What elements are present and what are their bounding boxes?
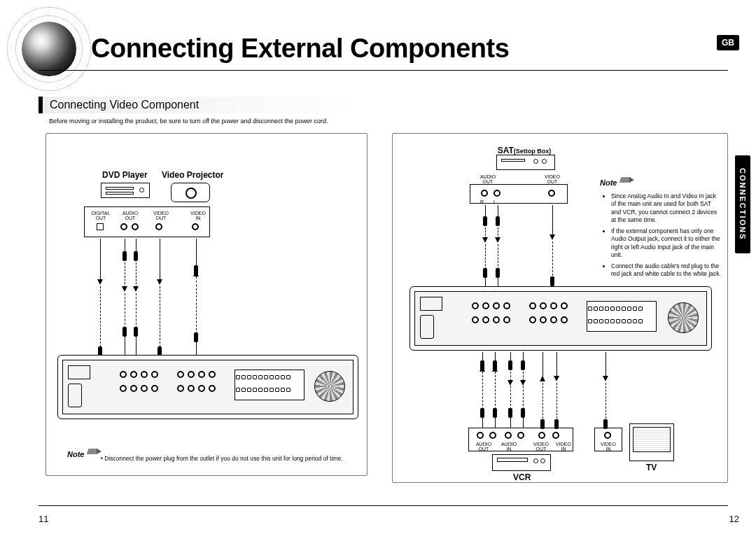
- note-item: If the external component has only one A…: [611, 227, 722, 260]
- vcr-audio-in: AUDIO IN: [498, 442, 520, 451]
- r-label: R: [480, 199, 484, 204]
- vcr-audio-out: AUDIO OUT: [472, 442, 495, 451]
- sat-bold: SAT: [498, 146, 514, 155]
- page-root: GB Connecting External Components Connec…: [0, 0, 756, 534]
- footer-rule: [38, 505, 728, 506]
- sat-small: (Settop Box): [514, 148, 552, 155]
- note-bullets-right: Since Analog Audio In and Video In jack …: [603, 192, 722, 281]
- page-number-right: 12: [729, 514, 739, 524]
- dvd-jack-frame: [84, 206, 210, 237]
- page-title: Connecting External Components: [91, 34, 509, 64]
- projector-label: Video Projector: [162, 170, 223, 180]
- dvd-player-icon: [101, 183, 150, 198]
- vcr-label: VCR: [513, 472, 531, 482]
- tv-video-in: VIDEO IN: [597, 442, 620, 451]
- note-bullet-left: Disconnect the power plug from the outle…: [104, 455, 342, 462]
- main-unit-rear-panel-left: [57, 355, 358, 419]
- note-block-left: Note: [67, 447, 103, 460]
- caution-text: Before moving or installing the product,…: [49, 118, 364, 125]
- sat-audio-out-label: AUDIO OUT: [475, 174, 500, 184]
- main-unit-rear-panel-right: [410, 286, 712, 351]
- speaker-ornament: [7, 7, 91, 91]
- l-label: L: [493, 199, 496, 204]
- sat-audio-l: [493, 190, 500, 197]
- vcr-video-out: VIDEO OUT: [530, 442, 552, 451]
- section-heading-text: Connecting Video Component: [50, 99, 199, 111]
- tv-label: TV: [646, 463, 657, 472]
- section-heading: Connecting Video Component: [38, 97, 360, 113]
- note-heading-left: Note: [67, 450, 84, 458]
- side-tab-connections: CONNECTIONS: [735, 155, 750, 253]
- sat-video-jack: [548, 190, 555, 197]
- right-diagram-box: SAT(Settop Box) AUDIO OUT VIDEO OUT R L …: [392, 133, 728, 483]
- vcr-video-in: VIDEO IN: [552, 442, 575, 451]
- tv-icon: [629, 423, 674, 461]
- sat-video-out-label: VIDEO OUT: [540, 174, 565, 184]
- note-heading-right: Note: [600, 178, 617, 187]
- sat-box-icon: [496, 155, 555, 170]
- note-text-left: • Disconnect the power plug from the out…: [101, 455, 353, 463]
- pencil-icon: [620, 176, 636, 185]
- note-item: Connect the audio cable's red plug to th…: [611, 262, 722, 279]
- sat-audio-r: [481, 190, 488, 197]
- note-item: Since Analog Audio In and Video In jack …: [611, 192, 722, 225]
- title-underline: [38, 70, 728, 71]
- vcr-icon: [492, 454, 551, 471]
- note-block-right: Note: [600, 176, 636, 188]
- left-diagram-box: DVD Player Video Projector DIGITAL OUT A…: [46, 133, 368, 476]
- dvd-player-label: DVD Player: [102, 170, 148, 180]
- region-badge: GB: [717, 35, 739, 50]
- page-number-left: 11: [38, 514, 48, 524]
- projector-icon: [171, 183, 210, 202]
